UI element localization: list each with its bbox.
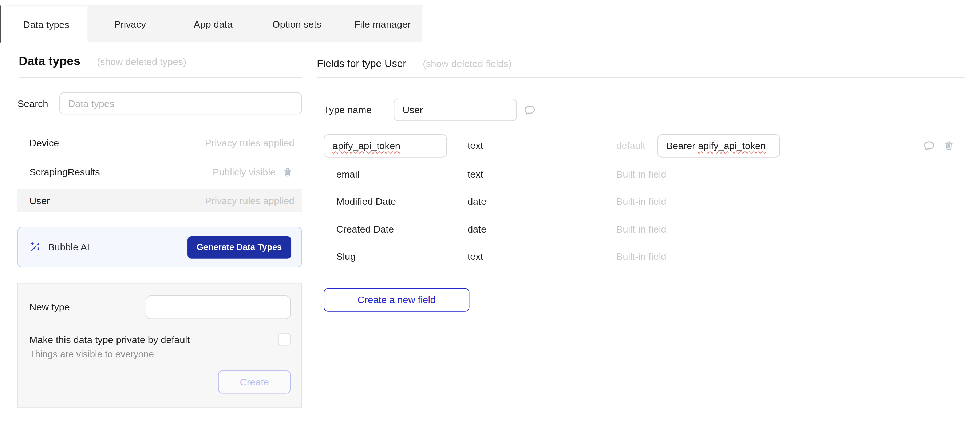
- tab-bar: Data types Privacy App data Option sets …: [5, 5, 423, 42]
- left-panel-divider: [19, 77, 302, 78]
- show-deleted-types-link[interactable]: (show deleted types): [97, 56, 186, 67]
- create-type-button[interactable]: Create: [218, 370, 291, 394]
- type-name: ScrapingResults: [30, 167, 100, 178]
- field-name: email: [336, 169, 360, 180]
- field-type: date: [468, 196, 486, 208]
- right-panel-divider: [317, 77, 965, 78]
- field-row-apify-api-token: apify_api_token text default Bearer apif…: [317, 134, 965, 157]
- new-type-label: New type: [30, 302, 70, 313]
- private-by-default-label: Make this data type private by default: [30, 335, 190, 346]
- field-name-input[interactable]: apify_api_token: [324, 134, 447, 157]
- default-label: default: [616, 140, 646, 151]
- type-status: Privacy rules applied: [205, 195, 294, 207]
- comment-icon[interactable]: [523, 104, 536, 117]
- type-row-user[interactable]: User Privacy rules applied: [18, 189, 302, 212]
- left-panel-header: Data types (show deleted types): [19, 54, 186, 68]
- generate-data-types-button[interactable]: Generate Data Types: [188, 236, 291, 258]
- builtin-field-note: Built-in field: [616, 169, 667, 180]
- type-name-input[interactable]: User: [394, 98, 517, 121]
- field-name: Slug: [336, 251, 356, 262]
- type-name-row: Type name User: [317, 98, 965, 121]
- field-name: Modified Date: [336, 196, 396, 208]
- comment-icon[interactable]: [923, 140, 935, 152]
- builtin-field-note: Built-in field: [616, 224, 667, 235]
- tab-app-data[interactable]: App data: [175, 6, 250, 42]
- trash-icon[interactable]: [943, 140, 955, 151]
- field-type: text: [468, 251, 483, 262]
- tab-option-sets[interactable]: Option sets: [259, 6, 334, 42]
- search-label: Search: [18, 98, 48, 109]
- show-deleted-fields-link[interactable]: (show deleted fields): [423, 58, 511, 69]
- type-status: Privacy rules applied: [205, 137, 294, 149]
- right-panel-title: Fields for type User: [317, 57, 406, 69]
- tab-privacy[interactable]: Privacy: [92, 6, 167, 42]
- tab-label: Option sets: [272, 19, 321, 30]
- visibility-helper-text: Things are visible to everyone: [30, 349, 154, 359]
- type-row-scrapingresults[interactable]: ScrapingResults Publicly visible: [18, 160, 302, 184]
- tab-label: Privacy: [114, 19, 146, 30]
- new-type-input[interactable]: [146, 295, 291, 319]
- trash-icon[interactable]: [282, 167, 293, 178]
- magic-wand-icon: [30, 241, 41, 253]
- type-status: Publicly visible: [213, 167, 275, 178]
- bubble-ai-label: Bubble AI: [48, 242, 89, 253]
- bubble-ai-card: Bubble AI Generate Data Types: [18, 227, 302, 268]
- type-row-device[interactable]: Device Privacy rules applied: [18, 132, 302, 155]
- tab-label: App data: [194, 19, 232, 30]
- right-panel-header: Fields for type User (show deleted field…: [317, 57, 511, 70]
- search-row: Search: [18, 92, 302, 114]
- field-name: Created Date: [336, 224, 394, 235]
- tab-file-manager[interactable]: File manager: [342, 6, 423, 42]
- type-name-label: Type name: [324, 105, 372, 116]
- window-edge-line: [0, 5, 1, 42]
- tab-label: File manager: [354, 19, 410, 30]
- type-name: Device: [30, 137, 59, 149]
- builtin-field-note: Built-in field: [616, 196, 667, 208]
- field-type: text: [468, 169, 483, 180]
- tab-data-types[interactable]: Data types: [5, 6, 88, 44]
- new-type-card: New type Make this data type private by …: [18, 283, 302, 408]
- builtin-field-note: Built-in field: [616, 251, 667, 262]
- field-type: text: [468, 140, 483, 151]
- private-by-default-checkbox[interactable]: [278, 333, 291, 345]
- search-input[interactable]: [59, 92, 302, 114]
- tab-label: Data types: [23, 19, 69, 30]
- type-name: User: [30, 195, 50, 207]
- field-type: date: [468, 224, 486, 235]
- field-default-input[interactable]: Bearer apify_api_token: [657, 134, 780, 157]
- left-panel-title: Data types: [19, 54, 80, 68]
- create-new-field-button[interactable]: Create a new field: [324, 288, 469, 311]
